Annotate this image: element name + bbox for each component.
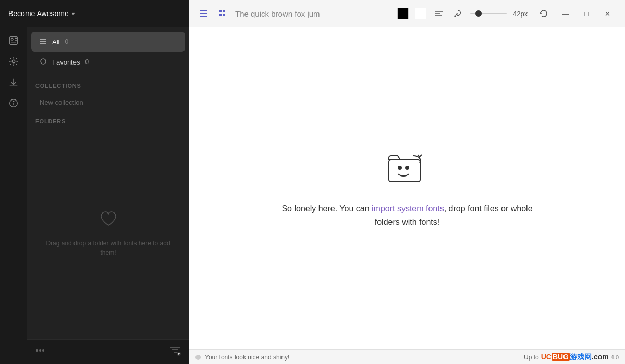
status-right: Up to UCBUG游戏网.com 4.0 <box>524 353 619 362</box>
grid-icon[interactable] <box>216 7 229 20</box>
svg-point-36 <box>406 166 409 169</box>
svg-rect-3 <box>219 10 222 12</box>
svg-point-35 <box>398 166 401 169</box>
status-text: Your fonts look nice and shiny! <box>205 354 289 361</box>
circle-icon <box>40 58 47 67</box>
sidebar-item-all[interactable]: All 0 <box>31 32 185 52</box>
folders-empty-text: Drag and drop a folder with fonts here t… <box>38 239 179 257</box>
fonts-icon[interactable] <box>4 31 23 50</box>
ucbug-logo: UCBUG游戏网.com <box>541 353 609 362</box>
empty-folder-icon <box>386 148 428 190</box>
svg-rect-34 <box>389 160 420 182</box>
app-name[interactable]: Become Awesome ▾ <box>8 9 75 18</box>
white-color-swatch[interactable] <box>415 8 426 19</box>
status-bar: Your fonts look nice and shiny! Up to UC… <box>189 349 625 364</box>
more-options-icon[interactable] <box>35 346 45 358</box>
settings-icon[interactable] <box>4 52 23 71</box>
net-text: .com <box>592 353 609 361</box>
empty-line1: So lonely here. You can <box>281 204 372 213</box>
collections-header: COLLECTIONS <box>27 77 189 92</box>
preview-text: The quick brown fox jum <box>235 9 391 18</box>
black-color-swatch[interactable] <box>397 8 409 19</box>
empty-line2: , drop font files or whole <box>444 204 533 213</box>
folders-header: FOLDERS <box>27 112 189 128</box>
svg-point-27 <box>43 350 44 351</box>
svg-point-20 <box>13 101 14 102</box>
sidebar-nav: All 0 Favorites 0 <box>27 27 189 77</box>
list-icon <box>40 37 47 46</box>
all-label: All <box>52 38 59 46</box>
swirl-icon[interactable] <box>451 7 464 20</box>
chevron-down-icon: ▾ <box>72 11 75 17</box>
svg-point-24 <box>41 59 46 64</box>
close-button[interactable]: ✕ <box>598 4 617 23</box>
favorites-count: 0 <box>85 58 89 66</box>
hamburger-icon[interactable] <box>198 7 210 20</box>
font-size-slider[interactable] <box>470 13 507 14</box>
maximize-button[interactable]: □ <box>577 4 596 23</box>
empty-line3: folders with fonts! <box>375 218 440 227</box>
sidebar-item-favorites[interactable]: Favorites 0 <box>31 52 185 72</box>
svg-rect-4 <box>223 10 225 12</box>
main-content: So lonely here. You can import system fo… <box>189 27 625 364</box>
bug-text: BUG <box>552 353 570 361</box>
svg-point-16 <box>12 60 15 62</box>
download-icon[interactable] <box>4 73 23 92</box>
empty-message: So lonely here. You can import system fo… <box>281 202 532 229</box>
sidebar-icons-strip <box>0 27 27 364</box>
svg-rect-6 <box>223 14 225 16</box>
svg-point-25 <box>36 350 38 351</box>
font-size-label: 42px <box>513 10 531 18</box>
all-count: 0 <box>65 38 68 45</box>
sidebar-bottom-bar <box>27 339 189 364</box>
svg-point-26 <box>40 350 41 351</box>
svg-point-10 <box>455 16 456 17</box>
status-dot <box>195 355 201 360</box>
svg-rect-5 <box>219 14 222 16</box>
minimize-button[interactable]: — <box>556 4 575 23</box>
folders-empty-state: Drag and drop a folder with fonts here t… <box>27 128 189 339</box>
uc-text: UC <box>541 353 552 361</box>
search-filter-icon[interactable] <box>169 345 181 359</box>
heart-icon <box>99 209 118 232</box>
info-icon[interactable] <box>4 94 23 112</box>
content-body: So lonely here. You can import system fo… <box>189 27 625 349</box>
sidebar-panel: All 0 Favorites 0 COLLECTIONS New collec… <box>27 27 189 364</box>
window-controls: — □ ✕ <box>556 4 617 23</box>
svg-point-12 <box>11 38 13 40</box>
reset-icon[interactable] <box>537 7 550 20</box>
up-to-label: Up to <box>524 354 539 361</box>
import-system-fonts-link[interactable]: import system fonts <box>372 204 444 213</box>
game-text: 游戏网 <box>570 353 592 361</box>
align-icon[interactable] <box>433 7 445 20</box>
version-text: 4.0 <box>611 354 619 360</box>
new-collection-button[interactable]: New collection <box>31 93 185 111</box>
favorites-label: Favorites <box>52 58 80 66</box>
